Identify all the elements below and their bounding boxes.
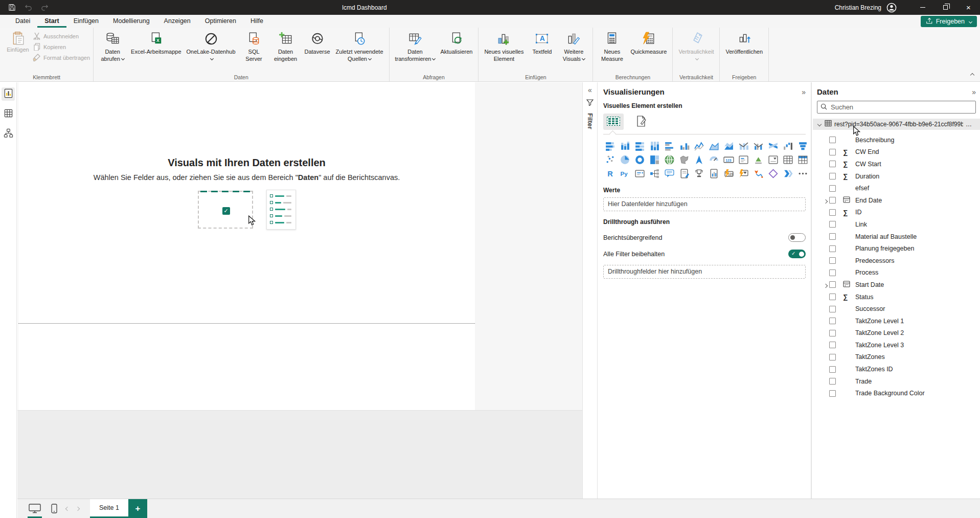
collapse-visualizations-button[interactable]: »: [802, 88, 806, 96]
ribbon-button-textfeld[interactable]: ATextfeld: [526, 29, 558, 56]
stacked-column-chart-icon[interactable]: [618, 140, 632, 152]
field-checkbox[interactable]: [829, 245, 836, 252]
field-row-status[interactable]: ∑Status: [817, 291, 976, 303]
field-checkbox[interactable]: [829, 209, 836, 216]
collapse-dataset-icon[interactable]: [817, 122, 822, 126]
bolt-123-visual-icon[interactable]: 123: [722, 167, 736, 179]
field-checkbox[interactable]: [829, 354, 836, 361]
next-page-button[interactable]: [73, 499, 83, 518]
field-checkbox[interactable]: [829, 221, 836, 228]
field-checkbox[interactable]: [829, 197, 836, 204]
tab-format-visual[interactable]: [631, 114, 651, 130]
field-checkbox[interactable]: [829, 294, 836, 300]
field-checkbox[interactable]: [829, 149, 836, 155]
multi-row-card-icon[interactable]: [737, 153, 750, 166]
field-row-taktzone-level-2[interactable]: TaktZone Level 2: [817, 327, 976, 340]
cross-report-toggle[interactable]: [788, 233, 806, 242]
field-checkbox[interactable]: [829, 137, 836, 143]
share-button[interactable]: Freigeben: [921, 16, 977, 27]
qa-visual-icon[interactable]: [663, 167, 676, 179]
add-page-button[interactable]: +: [128, 499, 147, 518]
field-checkbox[interactable]: [829, 173, 836, 179]
search-input[interactable]: [831, 103, 972, 111]
scatter-chart-icon[interactable]: [603, 153, 617, 166]
ribbon-button-neues-visuelles-element[interactable]: Neues visuellesElement: [482, 29, 526, 63]
previous-page-button[interactable]: [62, 499, 73, 518]
account-avatar-icon[interactable]: [886, 3, 897, 13]
field-row-efsef[interactable]: efsef: [817, 182, 976, 194]
redo-button[interactable]: [38, 0, 51, 15]
field-row-cw-start[interactable]: ∑CW Start: [817, 158, 976, 170]
field-row-material-auf-baustelle[interactable]: Material auf Baustelle: [817, 231, 976, 243]
field-row-predecessors[interactable]: Predecessors: [817, 255, 976, 267]
ribbon-button-daten-eingeben[interactable]: Dateneingeben: [270, 29, 302, 63]
python-visual-icon[interactable]: Py: [618, 167, 632, 179]
kpi-icon[interactable]: [751, 153, 765, 166]
table-icon[interactable]: [781, 153, 795, 166]
dataset-more-options[interactable]: …: [966, 121, 972, 128]
matrix-icon[interactable]: [796, 153, 810, 166]
menu-item-start[interactable]: Start: [37, 15, 66, 28]
r-script-visual-icon[interactable]: R: [603, 167, 617, 179]
field-row-trade-background-color[interactable]: Trade Background Color: [817, 387, 976, 399]
save-button[interactable]: [5, 0, 18, 15]
field-checkbox[interactable]: [829, 281, 836, 288]
sidebar-item-data-view[interactable]: [2, 107, 15, 121]
field-checkbox[interactable]: [829, 390, 836, 397]
ribbon-button-kopieren[interactable]: Kopieren: [33, 42, 90, 52]
field-row-end-date[interactable]: End Date: [817, 194, 976, 207]
field-checkbox[interactable]: [829, 306, 836, 312]
menu-item-modellierung[interactable]: Modellierung: [106, 15, 157, 28]
account-name[interactable]: Christian Brezing: [835, 4, 881, 11]
expand-filter-panel-button[interactable]: «: [588, 86, 592, 94]
card-icon[interactable]: 123: [722, 153, 736, 166]
expand-field-icon[interactable]: [824, 199, 828, 204]
line-stacked-column-chart-icon[interactable]: [737, 140, 750, 152]
area-chart-icon[interactable]: [707, 140, 721, 152]
page-tab-seite-1[interactable]: Seite 1: [90, 499, 128, 518]
line-chart-icon[interactable]: [692, 140, 706, 152]
funnel-chart-icon[interactable]: [796, 140, 810, 152]
line-clustered-column-chart-icon[interactable]: [751, 140, 765, 152]
metrics-icon[interactable]: [692, 167, 706, 179]
field-checkbox[interactable]: [829, 269, 836, 276]
undo-button[interactable]: [21, 0, 35, 15]
field-row-link[interactable]: Link: [817, 218, 976, 231]
hundred-stacked-column-chart-icon[interactable]: [648, 140, 662, 152]
field-row-id[interactable]: ∑ID: [817, 207, 976, 219]
gauge-icon[interactable]: [707, 153, 721, 166]
keep-filters-toggle[interactable]: ✓: [788, 250, 806, 258]
collapse-ribbon-button[interactable]: [971, 70, 974, 79]
field-checkbox[interactable]: [829, 257, 836, 264]
treemap-icon[interactable]: [648, 153, 662, 166]
pie-chart-icon[interactable]: [618, 153, 632, 166]
field-row-beschreibung[interactable]: Beschreibung: [817, 134, 976, 146]
desktop-layout-button[interactable]: [24, 499, 46, 518]
sidebar-item-report-view[interactable]: [2, 87, 15, 101]
expand-field-icon[interactable]: [824, 284, 828, 288]
minimize-button[interactable]: [911, 0, 934, 15]
power-automate-visual-icon[interactable]: [781, 167, 795, 179]
clustered-column-chart-icon[interactable]: [677, 140, 691, 152]
close-button[interactable]: ×: [957, 0, 980, 15]
route-map-visual-icon[interactable]: [751, 167, 765, 179]
field-checkbox[interactable]: [829, 161, 836, 167]
smart-narrative-icon[interactable]: [677, 167, 691, 179]
menu-item-einfügen[interactable]: Einfügen: [66, 15, 106, 28]
menu-item-datei[interactable]: Datei: [8, 15, 37, 28]
field-row-taktzones-id[interactable]: TaktZones ID: [817, 363, 976, 375]
stacked-area-chart-icon[interactable]: [722, 140, 736, 152]
azure-map-icon[interactable]: [692, 153, 706, 166]
ribbon-button-quickmeasure[interactable]: Quickmeasure: [628, 29, 669, 56]
waterfall-chart-icon[interactable]: [781, 140, 795, 152]
field-checkbox[interactable]: [829, 233, 836, 240]
slicer-icon[interactable]: [766, 153, 780, 166]
mobile-layout-button[interactable]: [46, 499, 62, 518]
field-checkbox[interactable]: [829, 366, 836, 373]
filter-panel-label[interactable]: Filter: [586, 113, 594, 129]
drillthrough-field-well[interactable]: Drillthroughfelder hier hinzufügen: [603, 265, 806, 279]
dataset-row[interactable]: rest?pid=34b50ace-9067-4fbb-b9e6-21ccf8f…: [813, 119, 980, 130]
stacked-bar-chart-icon[interactable]: [603, 140, 617, 152]
ribbon-button-zuletzt-verwendete-quellen[interactable]: Zuletzt verwendeteQuellen: [333, 29, 386, 63]
ribbon-button-sql-server[interactable]: SQLServer: [238, 29, 270, 63]
